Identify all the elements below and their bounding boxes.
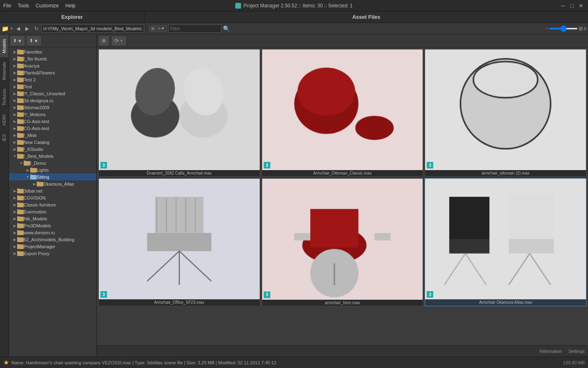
maximize-button[interactable]: □ xyxy=(568,2,576,9)
grid-thumb-item1: 3 xyxy=(99,49,260,170)
grid-thumb-item6: 3 xyxy=(425,179,586,299)
tree-item-doroom[interactable]: ▶ www.doroom.ru xyxy=(9,229,96,236)
tree-item-acaciya[interactable]: ▶ Acaciya xyxy=(9,62,96,69)
tree-item-misk[interactable]: ▶ !_Misk xyxy=(9,132,96,139)
grid-item-item2[interactable]: 3Armchair_Ottoman_Classic.max xyxy=(262,49,423,177)
tree-item-projectmanager[interactable]: ▶ ProjectManager xyxy=(9,243,96,250)
tree-item-3d_designya[interactable]: ▶ 3d-designya.ru xyxy=(9,97,96,104)
tree-item-nik_models[interactable]: ▶ Nik_Models xyxy=(9,215,96,222)
grid-label-item1: Draenert_2082 Calla_Armchair.max xyxy=(99,170,260,176)
grid-label-item5: armchair_form.max xyxy=(262,300,423,306)
menu-tools[interactable]: Tools xyxy=(18,3,29,9)
grid-badge-item1: 3 xyxy=(100,162,107,168)
grid-badge-item6: 3 xyxy=(427,291,433,298)
tree-item-new_catalog[interactable]: ▶ New Catalog xyxy=(9,139,96,146)
grid-container: 3Draenert_2082 Calla_Armchair.max3Armcha… xyxy=(97,47,588,345)
close-button[interactable]: ✕ xyxy=(577,2,585,9)
address-input[interactable] xyxy=(41,25,144,33)
menu-bar: File Tools Customize Help xyxy=(3,3,76,9)
view-dropdown[interactable]: ≡▼ xyxy=(157,25,167,31)
address-bar-area: 📁 ▼ ◀ ▶ ↻ ⊞ ≡▼ 🔍 ─ ⊞ ≡ xyxy=(0,23,588,34)
minimize-button[interactable]: ─ xyxy=(559,2,567,9)
filter-input[interactable] xyxy=(168,25,221,33)
tree-item-lights[interactable]: ▶ Lights xyxy=(9,166,96,173)
back-button[interactable]: ◀ xyxy=(14,25,22,33)
explorer-panel-header: Explorer xyxy=(0,11,145,22)
export-button[interactable]: ⬆ ▼ xyxy=(27,36,41,45)
view-mode-button[interactable]: ⊞ xyxy=(149,25,156,31)
grid-badge-item5: 3 xyxy=(264,292,270,298)
tree-item-okamura_atlas[interactable]: ▶ Okamura_Atlas xyxy=(9,180,96,187)
tree-item-cgvision[interactable]: ▶ CGVISION xyxy=(9,194,96,201)
tree-item-3dsmax2009[interactable]: ▶ 3dsmax2009 xyxy=(9,104,96,111)
add-to-scene-button[interactable]: ⊕ xyxy=(99,36,109,45)
side-tab-textures[interactable]: Textures xyxy=(0,84,9,110)
grid-item-item1[interactable]: 3Draenert_2082 Calla_Armchair.max xyxy=(98,49,260,177)
grid-label-item4: Armchair_Office_SF23.max xyxy=(99,299,260,305)
tree-item-best_models[interactable]: ▼ !_Best_Models xyxy=(9,153,96,159)
tree-item-motions[interactable]: ▶ !!!_Motions xyxy=(9,111,96,118)
tree-item-demo[interactable]: ▼ !_Demo xyxy=(9,159,96,166)
tree-item-export_proxy[interactable]: ▶ Export Proxy xyxy=(9,250,96,257)
tree-area: ▶ Favorites▶ !_No thumb▶ Acaciya▶ Plants… xyxy=(9,47,96,357)
tree-item-archimodels[interactable]: ▶ 62_Archimodels_Building xyxy=(9,236,96,243)
grid-badge-item3: 3 xyxy=(427,162,433,168)
grid-view-button[interactable]: ⊞ xyxy=(579,26,583,31)
panel-headers: Explorer Asset Files xyxy=(0,11,588,23)
grid-label-item3: armchair_ottoman (2).max xyxy=(425,170,586,176)
side-tab-hdri[interactable]: HDRI xyxy=(0,110,9,130)
titlebar: File Tools Customize Help Project Manage… xyxy=(0,0,588,11)
tree-item-3dbar[interactable]: ▶ 3dbar.net xyxy=(9,187,96,194)
side-tabs: Models Materials Textures HDRI IES xyxy=(0,34,9,357)
grid-thumb-item2: 3 xyxy=(262,49,423,170)
size-slider[interactable] xyxy=(549,28,578,29)
grid-badge-item2: 3 xyxy=(264,162,270,168)
tree-item-favorites[interactable]: ▶ Favorites xyxy=(9,48,96,55)
settings-toggle[interactable]: Settings xyxy=(568,349,585,354)
folder-button[interactable]: 📁 ▼ xyxy=(2,25,13,32)
tree-item-pro3dmodels[interactable]: ▶ Pro3DModels xyxy=(9,222,96,229)
tree-item-plantsflowers[interactable]: ▶ Plants&Flowers xyxy=(9,69,96,76)
menu-file[interactable]: File xyxy=(3,3,11,9)
tree-item-kstudio[interactable]: ▶ !_KStudio xyxy=(9,146,96,153)
search-icon[interactable]: 🔍 xyxy=(223,25,230,32)
tree-item-test2[interactable]: ▶ Test 2 xyxy=(9,76,96,83)
right-toolbar: ⊕ ⟳ ▼ xyxy=(97,34,588,47)
refresh-button[interactable]: ↻ xyxy=(32,25,40,33)
grid-item-item3[interactable]: 3armchair_ottoman (2).max xyxy=(425,49,586,177)
tree-item-test[interactable]: ▶ Test xyxy=(9,83,96,90)
tree-item-classic_unsorted[interactable]: ▶ !!!_Classic_Unsorted xyxy=(9,90,96,97)
menu-help[interactable]: Help xyxy=(65,3,76,9)
tree-item-classic_furniture[interactable]: ▶ Classic furniture xyxy=(9,201,96,208)
information-toggle[interactable]: Information xyxy=(539,349,562,354)
grid-item-item4[interactable]: 3Armchair_Office_SF23.max xyxy=(98,178,260,306)
grid-thumb-item5: 3 xyxy=(262,179,423,299)
window-controls: ─ □ ✕ xyxy=(559,2,585,9)
status-info: Name: Hairdresser's chair-washing compan… xyxy=(11,360,276,365)
info-settings-bar: Information Settings xyxy=(97,345,588,357)
forward-button[interactable]: ▶ xyxy=(23,25,31,33)
grid-thumb-item3: 3 xyxy=(425,49,586,170)
window-title: Project Manager 2.50.52 :: Items: 30 :: … xyxy=(235,3,352,9)
tree-item-no_thumb[interactable]: ▶ !_No thumb xyxy=(9,55,96,62)
replace-button[interactable]: ⟳ ▼ xyxy=(112,36,126,45)
tree-item-evermotion[interactable]: ▶ Evermotion xyxy=(9,208,96,215)
menu-customize[interactable]: Customize xyxy=(36,3,59,9)
grid-thumb-item4: 3 xyxy=(99,179,260,299)
tree-item-cg_axis_test1[interactable]: ▶ CG-Axis-test xyxy=(9,118,96,125)
status-bar: ★ Name: Hairdresser's chair-washing comp… xyxy=(0,357,588,368)
assetfiles-panel-header: Asset Files xyxy=(145,11,588,22)
side-tab-ies[interactable]: IES xyxy=(0,130,9,146)
grid-badge-item4: 3 xyxy=(100,291,107,298)
file-size: 189,40 MB xyxy=(563,360,585,365)
grid-item-item5[interactable]: 3armchair_form.max xyxy=(262,178,423,306)
import-button[interactable]: ⬇ ▼ xyxy=(11,36,24,45)
tree-item-cg_axis_test2[interactable]: ▶ CG-Axis-test xyxy=(9,125,96,132)
left-toolbar: ⬇ ▼ ⬆ ▼ xyxy=(9,34,96,47)
side-tab-materials[interactable]: Materials xyxy=(0,57,9,84)
star-button[interactable]: ★ xyxy=(3,359,9,366)
list-view-button[interactable]: ≡ xyxy=(584,26,586,31)
grid-item-item6[interactable]: 3Armchair Okamura Atlas.max xyxy=(425,178,586,306)
tree-item-sitting[interactable]: ▼ Sitting xyxy=(9,173,96,180)
side-tab-models[interactable]: Models xyxy=(0,34,9,57)
